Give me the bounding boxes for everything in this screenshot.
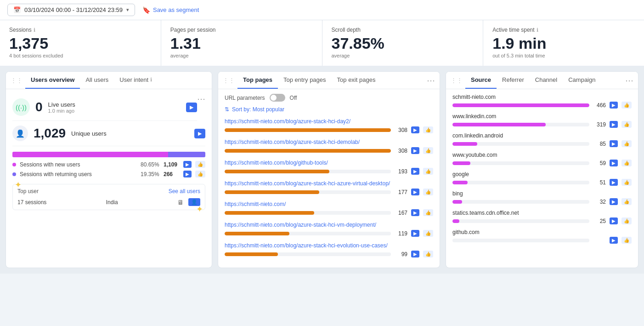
source-video-btn[interactable]: ▶: [610, 198, 618, 205]
source-video-btn[interactable]: ▶: [610, 140, 618, 147]
returning-users-legend-row: Sessions with returning users 19.35% 266…: [12, 171, 205, 177]
new-users-video-btn[interactable]: ▶: [183, 161, 192, 168]
url-params-label: URL parameters: [225, 95, 265, 101]
drag-handle-source[interactable]: ⋮⋮: [451, 73, 465, 87]
new-users-thumbs-btn[interactable]: 👍: [195, 161, 205, 168]
tab-all-users[interactable]: All users: [80, 72, 114, 89]
page-thumbs-btn[interactable]: 👍: [423, 189, 433, 195]
metric-label: Scroll depth: [332, 27, 474, 33]
source-thumbs-btn[interactable]: 👍: [621, 217, 632, 224]
sort-row[interactable]: ⇅ Sort by: Most popular: [225, 106, 433, 113]
source-name: www.youtube.com: [452, 152, 632, 158]
page-video-btn[interactable]: ▶: [411, 230, 419, 237]
source-thumbs-btn[interactable]: 👍: [621, 198, 632, 205]
sessions-legend: Sessions with new users 80.65% 1,109 ▶ 👍…: [12, 161, 205, 177]
returning-users-video-btn[interactable]: ▶: [183, 171, 192, 177]
page-url[interactable]: https://schmitt-nieto.com/blog/azure-sta…: [225, 139, 433, 145]
page-entry: https://schmitt-nieto.com/blog/azure-sta…: [225, 139, 433, 154]
source-video-btn[interactable]: ▶: [610, 237, 618, 244]
source-video-btn[interactable]: ▶: [610, 121, 618, 128]
source-video-btn[interactable]: ▶: [610, 179, 618, 186]
source-more-button[interactable]: ⋯: [625, 75, 633, 86]
info-icon[interactable]: ℹ: [537, 27, 538, 33]
users-panel: ⋮⋮ Users overview All users User intent …: [6, 71, 212, 268]
unique-users-row: 👤 1,029 Unique users ▶: [12, 121, 205, 146]
metric-sub: out of 5.3 min total time: [492, 53, 635, 58]
page-video-btn[interactable]: ▶: [411, 189, 419, 195]
panels-row: ⋮⋮ Users overview All users User intent …: [0, 66, 644, 274]
unique-video-button[interactable]: ▶: [194, 129, 205, 138]
live-users-time: 1.0 min ago: [48, 108, 75, 114]
url-params-toggle[interactable]: [270, 94, 285, 102]
see-all-users-link[interactable]: See all users: [169, 188, 200, 194]
page-video-btn[interactable]: ▶: [411, 209, 419, 216]
metric-sub: average: [170, 53, 313, 58]
page-thumbs-btn[interactable]: 👍: [423, 251, 433, 257]
page-video-btn[interactable]: ▶: [411, 147, 419, 154]
live-video-button[interactable]: ▶: [186, 103, 197, 112]
top-user-header: Top user See all users: [17, 188, 200, 194]
tab-top-pages[interactable]: Top pages: [237, 72, 278, 89]
page-url[interactable]: https://schmitt-nieto.com/blog/azure-sta…: [225, 180, 433, 187]
source-entry: schmitt-nieto.com 466 ▶ 👍: [452, 94, 632, 109]
top-bar: 📅 03/10/2024 00:00 - 31/12/2024 23:59 ▾ …: [0, 0, 644, 20]
page-video-btn[interactable]: ▶: [411, 168, 419, 175]
source-thumbs-btn[interactable]: 👍: [621, 179, 632, 186]
page-thumbs-btn[interactable]: 👍: [423, 126, 433, 133]
source-video-btn[interactable]: ▶: [610, 102, 618, 109]
source-thumbs-btn[interactable]: 👍: [621, 140, 632, 147]
tab-source[interactable]: Source: [465, 72, 497, 89]
star-icon-bottom: ✦: [196, 204, 203, 214]
source-thumbs-btn[interactable]: 👍: [621, 237, 632, 244]
new-users-pct: 80.65%: [141, 161, 160, 168]
metric-value: 37.85%: [332, 35, 474, 52]
metric-label: Pages per session: [170, 27, 313, 33]
source-thumbs-btn[interactable]: 👍: [621, 160, 632, 166]
page-thumbs-btn[interactable]: 👍: [423, 230, 433, 237]
page-url[interactable]: https://schmitt-nieto.com/: [225, 201, 433, 207]
source-video-btn[interactable]: ▶: [610, 217, 618, 224]
page-thumbs-btn[interactable]: 👍: [423, 209, 433, 216]
top-user-sessions: 17 sessions: [17, 199, 46, 206]
source-video-btn[interactable]: ▶: [610, 160, 618, 166]
tab-users-overview[interactable]: Users overview: [25, 72, 80, 89]
source-entry: www.linkedin.com 319 ▶ 👍: [452, 113, 632, 128]
source-thumbs-btn[interactable]: 👍: [621, 121, 632, 128]
pages-more-button[interactable]: ⋯: [427, 75, 435, 86]
page-thumbs-btn[interactable]: 👍: [423, 168, 433, 175]
top-user-section: ✦ Top user See all users 17 sessions Ind…: [12, 184, 205, 210]
live-signal-icon: ((·)): [12, 98, 30, 116]
sessions-bar-container: [12, 152, 205, 157]
tab-top-entry-pages[interactable]: Top entry pages: [278, 72, 332, 89]
returning-users-thumbs-btn[interactable]: 👍: [195, 171, 205, 177]
returning-users-label: Sessions with returning users: [20, 171, 137, 177]
page-url[interactable]: https://schmitt-nieto.com/blog/azure-sta…: [225, 242, 433, 249]
save-segment-button[interactable]: 🔖 Save as segment: [142, 6, 199, 14]
tab-campaign[interactable]: Campaign: [563, 72, 601, 89]
segment-icon: 🔖: [142, 6, 150, 14]
tab-top-exit-pages[interactable]: Top exit pages: [332, 72, 381, 89]
live-users-info: Live users 1.0 min ago: [48, 101, 75, 114]
date-range-button[interactable]: 📅 03/10/2024 00:00 - 31/12/2024 23:59 ▾: [7, 4, 135, 16]
metric-pages-per-session: Pages per session 1.31 average: [161, 20, 322, 66]
page-url[interactable]: https://schmitt-nieto.com/blog/github-to…: [225, 160, 433, 166]
sources-list: schmitt-nieto.com 466 ▶ 👍 www.linkedin.c…: [452, 94, 632, 244]
tab-user-intent[interactable]: User intent ℹ: [114, 72, 158, 89]
page-video-btn[interactable]: ▶: [411, 126, 419, 133]
source-thumbs-btn[interactable]: 👍: [621, 102, 632, 109]
source-name: www.linkedin.com: [452, 113, 632, 120]
tab-referrer[interactable]: Referrer: [497, 72, 530, 89]
source-entry: com.linkedin.android 85 ▶ 👍: [452, 132, 632, 147]
monitor-icon: 🖥: [177, 199, 184, 206]
drag-handle-pages[interactable]: ⋮⋮: [223, 73, 237, 87]
page-url[interactable]: https://schmitt-nieto.com/blog/azure-sta…: [225, 222, 433, 228]
info-icon[interactable]: ℹ: [34, 27, 35, 33]
drag-handle-users[interactable]: ⋮⋮: [11, 73, 25, 87]
page-url[interactable]: https://schmitt-nieto.com/blog/azure-sta…: [225, 118, 433, 125]
more-options-button[interactable]: ⋯: [197, 95, 205, 103]
tab-channel[interactable]: Channel: [530, 72, 563, 89]
page-thumbs-btn[interactable]: 👍: [423, 147, 433, 154]
info-icon[interactable]: ℹ: [150, 77, 152, 83]
page-video-btn[interactable]: ▶: [411, 251, 419, 257]
source-panel: ⋮⋮ Source Referrer Channel Campaign ⋯ sc…: [446, 71, 638, 268]
